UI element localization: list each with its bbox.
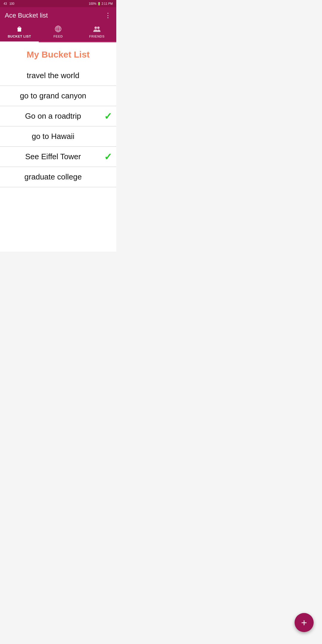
item-text: graduate college xyxy=(5,172,101,182)
app-bar: Ace Bucket list ⋮ xyxy=(0,7,116,24)
list-item[interactable]: Go on a roadtrip ✓ xyxy=(0,106,116,126)
completed-checkmark: ✓ xyxy=(104,151,112,162)
list-item[interactable]: go to Hawaii xyxy=(0,126,116,147)
feed-icon xyxy=(55,25,62,33)
app-title: Ace Bucket list xyxy=(5,12,48,19)
svg-point-8 xyxy=(97,27,100,29)
tab-friends[interactable]: FRIENDS xyxy=(78,24,116,41)
tab-feed-label: FEED xyxy=(53,35,63,38)
page-title: My Bucket List xyxy=(0,42,116,66)
main-content: My Bucket List travel the world go to gr… xyxy=(0,42,116,252)
friends-icon xyxy=(93,25,101,33)
tab-feed[interactable]: FEED xyxy=(39,24,78,41)
item-text: Go on a roadtrip xyxy=(5,112,101,121)
item-text: travel the world xyxy=(5,71,101,80)
completed-checkmark: ✓ xyxy=(104,111,112,122)
status-bar: 43 100 100% 🔋 2:11 PM xyxy=(0,0,116,7)
status-bar-right: 100% 🔋 2:11 PM xyxy=(89,2,113,5)
bucket-list-icon xyxy=(16,25,23,33)
item-text: go to Hawaii xyxy=(5,132,101,141)
status-bar-left: 43 100 xyxy=(4,2,14,5)
list-item[interactable]: graduate college xyxy=(0,167,116,187)
list-item[interactable]: go to grand canyon xyxy=(0,86,116,106)
tab-bar: BUCKET LIST FEED FRIENDS xyxy=(0,24,116,42)
svg-rect-1 xyxy=(17,28,21,29)
item-text: go to grand canyon xyxy=(5,91,101,100)
tab-friends-label: FRIENDS xyxy=(89,35,105,38)
bucket-list: travel the world go to grand canyon Go o… xyxy=(0,66,116,187)
list-item[interactable]: See Eiffel Tower ✓ xyxy=(0,147,116,167)
svg-rect-0 xyxy=(18,28,21,32)
overflow-menu-button[interactable]: ⋮ xyxy=(105,12,112,19)
list-item[interactable]: travel the world xyxy=(0,66,116,86)
tab-bucket-list-label: BUCKET LIST xyxy=(8,35,31,38)
item-text: See Eiffel Tower xyxy=(5,152,101,161)
svg-point-7 xyxy=(95,27,97,29)
tab-bucket-list[interactable]: BUCKET LIST xyxy=(0,24,39,41)
